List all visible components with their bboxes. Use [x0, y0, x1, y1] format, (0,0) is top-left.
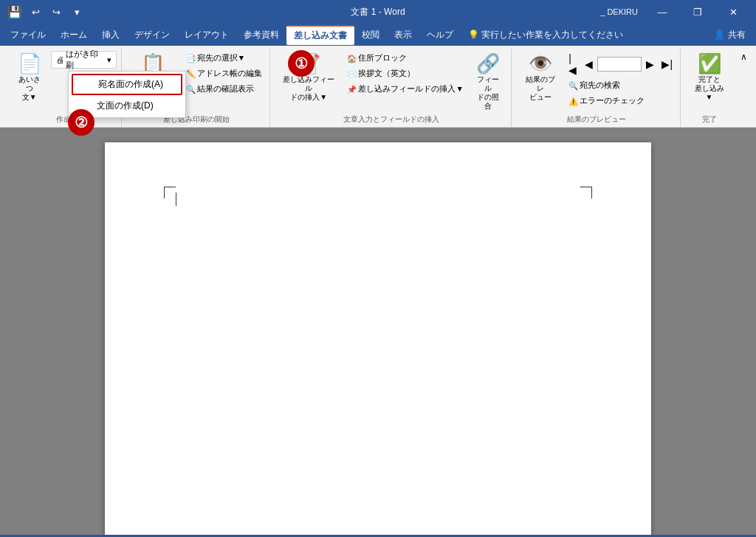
match-icon: 🔗 [476, 53, 500, 75]
finish-merge-button[interactable]: ✅ 完了と差し込み▼ [687, 51, 732, 104]
menu-layout[interactable]: レイアウト [177, 26, 236, 44]
hagaki-icon: 🖨 [56, 55, 64, 64]
preview-nav: |◀ ◀ ▶ ▶| 🔍宛先の検索 ⚠️エラーのチェック [566, 51, 676, 108]
menu-home[interactable]: ホーム [53, 26, 94, 44]
greeting-icon: ✉️ [347, 69, 357, 79]
title-bar: 💾 ↩ ↪ ▾ 文書 1 - Word _ DEKIRU — ❐ ✕ [0, 0, 756, 24]
nav-prev-button[interactable]: ◀ [582, 57, 596, 72]
person-icon: 👤 [714, 30, 725, 40]
nav-last-button[interactable]: ▶| [659, 57, 676, 72]
share-button[interactable]: 👤 共有 [707, 27, 753, 44]
select-icon: 📑 [186, 54, 196, 63]
menu-review[interactable]: 校閲 [354, 26, 387, 44]
menu-file[interactable]: ファイル [3, 26, 53, 44]
menu-lightbulb[interactable]: 💡 実行したい作業を入力してください [461, 26, 630, 44]
error-check-button[interactable]: ⚠️エラーのチェック [566, 94, 647, 108]
group-finish-content: ✅ 完了と差し込み▼ [687, 49, 732, 113]
text-cursor [176, 193, 176, 206]
minimize-button[interactable]: — [645, 0, 679, 24]
document-page[interactable] [105, 142, 651, 535]
address-edit-button[interactable]: ✏️アドレス帳の編集 [183, 66, 265, 81]
menu-references[interactable]: 参考資料 [236, 26, 286, 44]
group-finish-label: 完了 [687, 113, 732, 127]
edit-icon: ✏️ [186, 69, 196, 79]
search-icon: 🔍 [568, 81, 578, 91]
error-icon: ⚠️ [568, 97, 578, 106]
save-icon: 💾 [7, 5, 22, 19]
qat-dropdown-button[interactable]: ▾ [68, 3, 86, 21]
group-finish: ✅ 完了と差し込み▼ 完了 [682, 49, 736, 127]
nav-next-button[interactable]: ▶ [643, 57, 657, 72]
group-preview: 👁️ 結果のプレビュー |◀ ◀ ▶ ▶| 🔍宛先の検索 ⚠️エラーのチェック [513, 49, 681, 127]
step-badge-1: ① [288, 50, 315, 77]
corner-mark-tr [580, 187, 592, 198]
chevron-down-icon: ▾ [75, 7, 80, 18]
preview-button[interactable]: 👁️ 結果のプレビュー [518, 51, 563, 104]
step-badge-2: ② [68, 109, 94, 136]
restore-button[interactable]: ❐ [681, 0, 715, 24]
chevron-up-icon: ∧ [740, 52, 747, 62]
address-icon: 🏠 [347, 54, 357, 63]
nav-first-button[interactable]: |◀ [566, 51, 580, 77]
ribbon: 📄 あいさつ文▼ 🖨 はがき印刷 ▾ 宛名面の作成(A) [0, 46, 756, 128]
menu-mailings[interactable]: 差し込み文書 [286, 25, 354, 45]
title-bar-controls: _ DEKIRU — ❐ ✕ [600, 0, 750, 24]
finish-icon: ✅ [698, 53, 721, 75]
atena-create-item[interactable]: 宛名面の作成(A) [72, 74, 182, 95]
preview-nav-bar: |◀ ◀ ▶ ▶| [566, 51, 676, 77]
title-bar-left: 💾 ↩ ↪ ▾ [6, 3, 86, 21]
aiyatsu-button[interactable]: 📄 あいさつ文▼ [10, 51, 48, 104]
sashikomi-side-buttons: 📑宛先の選択▼ ✏️アドレス帳の編集 🔍結果の確認表示 [183, 51, 265, 97]
close-button[interactable]: ✕ [716, 0, 750, 24]
nav-page-input[interactable] [597, 57, 642, 72]
group-field-insert: ① 📝 差し込みフィールドの挿入▼ 🏠住所ブロック ✉️挨拶文（英文） 📌差し込… [272, 49, 512, 127]
find-recipient-button[interactable]: 🔍宛先の検索 [566, 78, 623, 93]
group-preview-content: 👁️ 結果のプレビュー |◀ ◀ ▶ ▶| 🔍宛先の検索 ⚠️エラーのチェック [518, 49, 676, 113]
save-button[interactable]: 💾 [6, 3, 24, 21]
field-sub-buttons: 🏠住所ブロック ✉️挨拶文（英文） 📌差し込みフィールドの挿入▼ [344, 51, 466, 97]
undo-icon: ↩ [32, 7, 40, 18]
menu-design[interactable]: デザイン [127, 26, 177, 44]
corner-mark-tl [164, 187, 176, 198]
document-area [0, 128, 756, 535]
preview-icon: 👁️ [529, 53, 552, 75]
group-field-label: 文章入力とフィールドの挿入 [276, 113, 506, 127]
menu-bar: ファイル ホーム 挿入 デザイン レイアウト 参考資料 差し込み文書 校閲 表示… [0, 24, 756, 46]
dekiru-label: _ DEKIRU [600, 7, 638, 16]
menu-view[interactable]: 表示 [387, 26, 419, 44]
group-field-content: ① 📝 差し込みフィールドの挿入▼ 🏠住所ブロック ✉️挨拶文（英文） 📌差し込… [276, 49, 506, 113]
document-icon: 📄 [18, 53, 41, 75]
result-confirm-button[interactable]: 🔍結果の確認表示 [183, 82, 257, 97]
dropdown-arrow-icon: ▾ [107, 55, 111, 65]
address-block-button[interactable]: 🏠住所ブロック [344, 51, 410, 66]
group-sakusei-content: 📄 あいさつ文▼ 🖨 はがき印刷 ▾ 宛名面の作成(A) [10, 49, 117, 113]
collapse-ribbon-button[interactable]: ∧ [738, 49, 750, 65]
insert-icon: 📌 [347, 85, 357, 94]
menu-insert[interactable]: 挿入 [94, 26, 127, 44]
menu-help[interactable]: ヘルプ [419, 26, 461, 44]
field-insert-button[interactable]: 📌差し込みフィールドの挿入▼ [344, 82, 466, 97]
group-preview-label: 結果のプレビュー [518, 113, 676, 127]
greeting-english-button[interactable]: ✉️挨拶文（英文） [344, 66, 418, 81]
group-sakusei: 📄 あいさつ文▼ 🖨 はがき印刷 ▾ 宛名面の作成(A) [6, 49, 122, 127]
lightbulb-icon: 💡 [468, 30, 479, 40]
hagaki-dropdown-button[interactable]: 🖨 はがき印刷 ▾ [51, 51, 116, 69]
redo-button[interactable]: ↪ [47, 3, 65, 21]
undo-button[interactable]: ↩ [27, 3, 44, 21]
status-bar: 1/1 ページ 0 文字 日本語 📖 📄 🌐 − + 100% [0, 535, 756, 537]
atesaki-select-button[interactable]: 📑宛先の選択▼ [183, 51, 248, 66]
check-icon: 🔍 [186, 85, 196, 94]
window-title: 文書 1 - Word [351, 6, 405, 18]
match-fields-button[interactable]: 🔗 フィールドの照合 [470, 51, 506, 113]
redo-icon: ↪ [52, 7, 61, 18]
